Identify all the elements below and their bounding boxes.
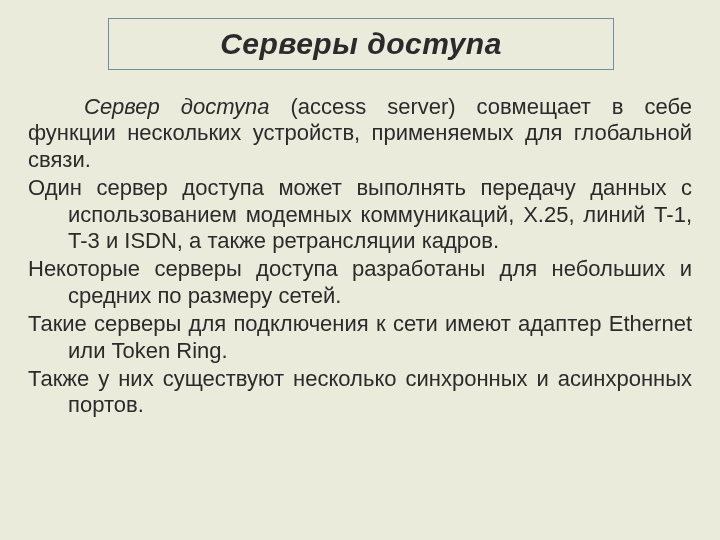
paragraph-2: Один сервер доступа может выполнять пере…: [28, 175, 692, 254]
paragraph-1: Сервер доступа (access server) совмещает…: [28, 94, 692, 173]
paragraph-5: Также у них существуют несколько синхрон…: [28, 366, 692, 419]
slide-title: Серверы доступа: [220, 27, 502, 61]
body-text: Сервер доступа (access server) совмещает…: [28, 94, 692, 421]
term-emphasis: Сервер доступа: [84, 94, 270, 119]
paragraph-3: Некоторые серверы доступа разработаны дл…: [28, 256, 692, 309]
paragraph-4: Такие серверы для подключения к сети име…: [28, 311, 692, 364]
title-container: Серверы доступа: [108, 18, 614, 70]
slide: Серверы доступа Сервер доступа (access s…: [0, 0, 720, 540]
